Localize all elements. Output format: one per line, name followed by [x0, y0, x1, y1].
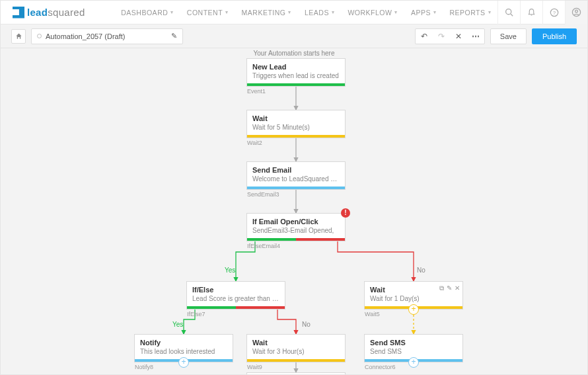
top-nav: leadsquared DASHBOARD▾ CONTENT▾ MARKETIN… [1, 1, 587, 24]
node-event1[interactable]: New Lead Triggers when lead is created E… [246, 58, 346, 87]
node-title: New Lead [247, 59, 345, 71]
node-id-label: Notify8 [135, 364, 153, 370]
node-ifelse7[interactable]: If/Else Lead Score is greater than or eq… [186, 281, 285, 310]
node-sendemail3[interactable]: Send Email Welcome to LeadSquared Edu Se… [246, 161, 346, 190]
node-id-label: Event1 [247, 88, 266, 95]
svg-point-0 [506, 9, 511, 15]
help-icon[interactable]: ? [542, 1, 565, 24]
node-title: Wait [247, 110, 345, 122]
branch-label-yes: Yes [172, 321, 183, 328]
chevron-down-icon: ▾ [394, 9, 398, 15]
node-title: If Email Open/Click [247, 214, 345, 226]
node-sendsms10[interactable]: Send SMS [246, 372, 346, 374]
chevron-down-icon: ▾ [433, 9, 437, 15]
flow-canvas[interactable]: Your Automation starts here Yes No Yes N… [1, 48, 587, 374]
chevron-down-icon: ▾ [332, 9, 335, 15]
logo[interactable]: leadsquared [1, 7, 97, 19]
node-id-label: SendEmail3 [247, 191, 279, 198]
node-accent-bar [247, 83, 345, 86]
node-subtitle: Triggers when lead is created [247, 71, 345, 83]
nav-apps[interactable]: APPS▾ [404, 1, 443, 24]
alert-icon[interactable]: ! [341, 208, 350, 218]
svg-point-6 [575, 10, 578, 13]
node-sendsms6[interactable]: Send SMS Send SMS + Connector6 [364, 334, 463, 362]
node-title: If/Else [187, 282, 285, 294]
nav-dashboard[interactable]: DASHBOARD▾ [114, 1, 180, 24]
redo-button[interactable]: ↷ [433, 29, 450, 44]
node-ifemail4[interactable]: ! If Email Open/Click SendEmail3-Email O… [246, 213, 346, 241]
node-wait5[interactable]: ⧉ ✎ ✕ Wait Wait for 1 Day(s) + Wait5 [364, 281, 463, 310]
node-subtitle: Welcome to LeadSquared Edu [247, 174, 345, 187]
node-id-label: IfElse7 [187, 311, 205, 317]
add-step-button[interactable]: + [178, 357, 189, 368]
node-title: Wait [247, 335, 345, 347]
add-step-button[interactable]: + [408, 357, 419, 368]
nav-content[interactable]: CONTENT▾ [180, 1, 235, 24]
nav-workflow[interactable]: WORKFLOW▾ [341, 1, 404, 24]
node-title: Notify [135, 335, 233, 347]
node-title: Send SMS [247, 373, 345, 374]
logo-text: leadsquared [27, 7, 85, 18]
copy-icon[interactable]: ⧉ [439, 284, 444, 292]
chevron-down-icon: ▾ [225, 9, 229, 15]
node-subtitle: Wait for 5 Minute(s) [247, 122, 345, 135]
edit-icon[interactable]: ✎ [447, 284, 452, 292]
nav-marketing[interactable]: MARKETING▾ [235, 1, 298, 24]
user-icon[interactable] [565, 1, 587, 24]
edit-title-icon[interactable]: ✎ [171, 32, 177, 40]
publish-button[interactable]: Publish [532, 28, 577, 44]
nav-menu: DASHBOARD▾ CONTENT▾ MARKETING▾ LEADS▾ WO… [114, 1, 497, 24]
node-title: Send Email [247, 162, 345, 174]
undo-button[interactable]: ↶ [416, 29, 433, 44]
chevron-down-icon: ▾ [488, 9, 492, 15]
flow-edges [1, 48, 587, 374]
start-label: Your Automation starts here [1, 48, 587, 57]
chevron-down-icon: ▾ [288, 9, 291, 15]
node-subtitle: Wait for 3 Hour(s) [247, 347, 345, 359]
search-icon[interactable] [497, 1, 520, 24]
editor-toolbar: Automation_2057 (Draft) ✎ ↶ ↷ ✕ ⋯ Save P… [1, 24, 587, 48]
node-tools: ⧉ ✎ ✕ [439, 284, 460, 292]
history-actions: ↶ ↷ ✕ ⋯ [415, 28, 485, 44]
branch-label-no: No [417, 267, 425, 274]
bell-icon[interactable] [520, 1, 542, 24]
node-id-label: IfElseEmail4 [247, 243, 280, 249]
more-button[interactable]: ⋯ [467, 29, 484, 44]
save-button[interactable]: Save [490, 28, 527, 44]
branch-label-yes: Yes [225, 267, 235, 274]
node-accent-bar [187, 306, 285, 309]
home-button[interactable] [11, 29, 26, 44]
node-id-label: Wait5 [365, 311, 380, 317]
node-id-label: Wait9 [247, 364, 262, 370]
logo-mark-icon [13, 7, 24, 19]
nav-reports[interactable]: REPORTS▾ [443, 1, 497, 24]
node-id-label: Connector6 [365, 364, 396, 370]
status-dot-icon [37, 34, 42, 38]
delete-icon[interactable]: ✕ [455, 284, 460, 292]
nav-utility-icons: ? [497, 1, 587, 24]
node-wait9[interactable]: Wait Wait for 3 Hour(s) Wait9 [246, 334, 346, 362]
branch-label-no: No [302, 321, 311, 328]
svg-text:?: ? [552, 9, 556, 15]
node-accent-bar [247, 135, 345, 138]
svg-line-1 [511, 14, 513, 16]
node-subtitle: Lead Score is greater than or equal to..… [187, 294, 285, 306]
node-accent-bar [247, 238, 345, 241]
node-accent-bar [247, 359, 345, 362]
node-id-label: Wait2 [247, 140, 262, 146]
node-accent-bar [247, 187, 345, 189]
automation-title: Automation_2057 (Draft) [46, 32, 167, 40]
node-wait2[interactable]: Wait Wait for 5 Minute(s) Wait2 [246, 110, 346, 138]
node-notify8[interactable]: Notify This lead looks interested + Noti… [134, 334, 233, 362]
node-subtitle: SendEmail3-Email Opened, [247, 226, 345, 238]
nav-leads[interactable]: LEADS▾ [298, 1, 341, 24]
add-step-button[interactable]: + [408, 304, 419, 315]
node-title: Send SMS [365, 335, 462, 347]
close-button[interactable]: ✕ [450, 29, 467, 44]
automation-title-box[interactable]: Automation_2057 (Draft) ✎ [31, 28, 183, 44]
chevron-down-icon: ▾ [170, 9, 174, 15]
